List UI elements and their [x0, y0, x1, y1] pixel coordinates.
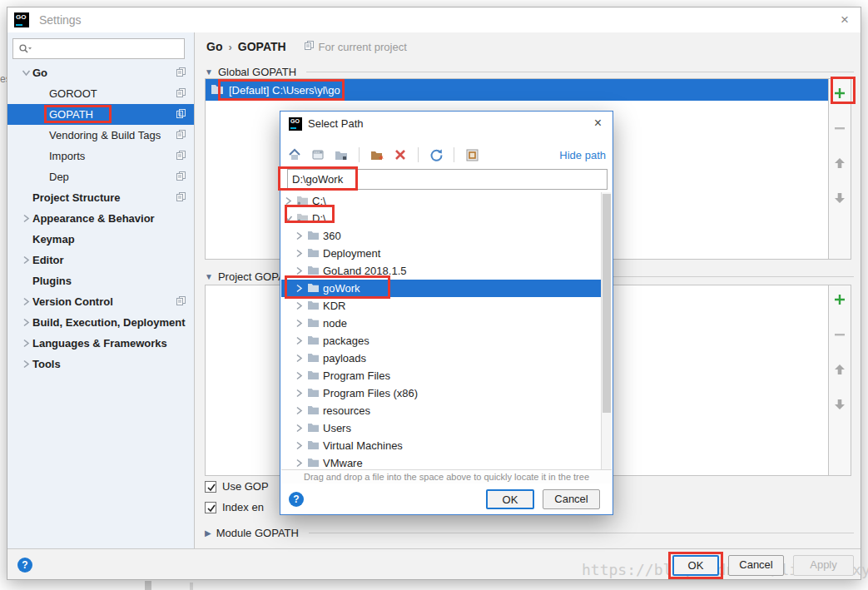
chevron-right-icon[interactable]: [294, 301, 304, 310]
tree-item-packages[interactable]: packages: [281, 332, 601, 350]
tree-item-virtual-machines[interactable]: Virtual Machines: [281, 437, 601, 454]
tree-item-gowork[interactable]: goWork: [281, 280, 601, 297]
chevron-right-icon[interactable]: [283, 196, 293, 206]
chevron-right-icon[interactable]: [294, 266, 304, 275]
tree-item-d[interactable]: D:\: [281, 210, 601, 227]
chevron-right-icon: [19, 255, 32, 265]
delete-icon[interactable]: [393, 147, 408, 162]
help-icon[interactable]: ?: [17, 558, 32, 573]
module-gopath-header[interactable]: ▶ Module GOPATH: [205, 527, 854, 539]
drive-icon: [296, 212, 309, 226]
project-directory-icon[interactable]: [334, 147, 349, 162]
chevron-right-icon[interactable]: [294, 249, 304, 258]
chevron-right-icon[interactable]: [294, 284, 304, 293]
add-icon[interactable]: [832, 86, 847, 101]
tree-item-c[interactable]: C:\: [281, 192, 601, 210]
tree-item-payloads[interactable]: payloads: [281, 350, 601, 367]
gopath-value: [Default] C:\Users\yl\go: [229, 84, 340, 97]
home-directory-icon[interactable]: [287, 147, 302, 162]
close-icon[interactable]: ×: [594, 116, 602, 131]
tree-item-kdr[interactable]: KDR: [281, 297, 601, 315]
folder-icon: [307, 439, 320, 453]
tree-item-label: packages: [323, 335, 370, 347]
chevron-right-icon[interactable]: [294, 441, 304, 450]
move-up-icon[interactable]: [832, 156, 847, 171]
chevron-right-icon[interactable]: [294, 336, 304, 345]
ok-button[interactable]: OK: [672, 555, 719, 576]
tree-item-goland-2018-1-5[interactable]: GoLand 2018.1.5: [281, 262, 601, 280]
move-down-icon[interactable]: [832, 397, 847, 412]
dialog-ok-button[interactable]: OK: [486, 489, 534, 509]
checkbox-label: Use GOP: [222, 480, 269, 493]
chevron-right-icon[interactable]: [294, 231, 304, 240]
tree-item-label: C:\: [312, 195, 326, 207]
sidebar-item-label: Dep: [49, 171, 69, 183]
dialog-cancel-button[interactable]: Cancel: [543, 489, 600, 509]
checkbox-checked-icon[interactable]: [205, 502, 216, 513]
tree-item-vmware[interactable]: VMware: [281, 454, 601, 469]
hide-path-link[interactable]: Hide path: [559, 149, 606, 161]
index-gopath-checkbox-row[interactable]: Index en: [205, 501, 264, 513]
chevron-right-icon[interactable]: [294, 371, 304, 380]
chevron-right-icon[interactable]: [294, 424, 304, 433]
path-input[interactable]: [287, 169, 608, 190]
refresh-icon[interactable]: [429, 147, 444, 162]
tree-item-deployment[interactable]: Deployment: [281, 245, 601, 262]
sidebar-item-editor[interactable]: Editor: [7, 250, 194, 270]
tree-item-360[interactable]: 360: [281, 227, 601, 245]
desktop-directory-icon[interactable]: [310, 147, 325, 162]
tree-item-label: Virtual Machines: [323, 439, 403, 452]
move-up-icon[interactable]: [832, 362, 847, 377]
sidebar-item-dep[interactable]: Dep: [7, 166, 194, 187]
sidebar-item-project-structure[interactable]: Project Structure: [7, 187, 194, 208]
sidebar-item-gopath[interactable]: GOPATH: [7, 104, 194, 125]
scrollbar-thumb[interactable]: [603, 194, 611, 413]
breadcrumb-separator: ›: [228, 41, 231, 53]
chevron-right-icon[interactable]: [294, 389, 304, 398]
close-icon[interactable]: ×: [841, 12, 849, 28]
help-icon[interactable]: ?: [289, 492, 304, 507]
sidebar-item-vendoring-build-tags[interactable]: Vendoring & Build Tags: [7, 125, 194, 146]
sidebar-item-keymap[interactable]: Keymap: [7, 229, 194, 250]
sidebar-item-appearance-behavior[interactable]: Appearance & Behavior: [7, 208, 194, 229]
tree-item-users[interactable]: Users: [281, 419, 601, 437]
sidebar-item-languages-frameworks[interactable]: Languages & Frameworks: [7, 333, 194, 354]
checkbox-checked-icon[interactable]: [205, 481, 216, 493]
cancel-button[interactable]: Cancel: [728, 555, 784, 576]
tree-item-resources[interactable]: resources: [281, 402, 601, 419]
tree-item-label: KDR: [323, 300, 345, 312]
chevron-right-icon[interactable]: [294, 406, 304, 415]
tree-item-node[interactable]: node: [281, 315, 601, 332]
sidebar-item-tools[interactable]: Tools: [7, 354, 194, 374]
sidebar-item-plugins[interactable]: Plugins: [7, 270, 194, 291]
sidebar-item-goroot[interactable]: GOROOT: [7, 83, 194, 104]
sidebar-item-go[interactable]: Go: [7, 62, 194, 83]
sidebar-item-imports[interactable]: Imports: [7, 146, 194, 166]
show-hidden-files-icon[interactable]: [464, 147, 479, 162]
chevron-right-icon[interactable]: [294, 459, 304, 468]
tree-item-label: D:\: [312, 212, 326, 225]
goland-logo-icon: GO: [14, 12, 29, 27]
chevron-right-icon[interactable]: [294, 354, 304, 363]
tree-item-label: node: [323, 317, 347, 330]
settings-search-input[interactable]: [12, 38, 185, 59]
sidebar-item-build-execution-deployment[interactable]: Build, Execution, Deployment: [7, 312, 194, 333]
breadcrumb-go[interactable]: Go: [206, 40, 222, 53]
tree-item-program-files-x86[interactable]: Program Files (x86): [281, 384, 601, 402]
sidebar-item-version-control[interactable]: Version Control: [7, 291, 194, 312]
remove-icon[interactable]: [832, 327, 847, 342]
folder-icon: [307, 265, 320, 278]
tree-scrollbar[interactable]: [601, 192, 612, 469]
chevron-right-icon[interactable]: [294, 319, 304, 328]
window-title: Settings: [39, 13, 82, 27]
global-gopath-header[interactable]: ▼ Global GOPATH: [205, 66, 854, 78]
gopath-list-row[interactable]: [Default] C:\Users\yl\go: [206, 79, 851, 101]
chevron-down-icon[interactable]: [283, 214, 293, 223]
shared-settings-icon: [176, 67, 186, 80]
new-folder-icon[interactable]: [370, 147, 384, 162]
remove-icon[interactable]: [832, 121, 847, 136]
move-down-icon[interactable]: [832, 191, 847, 206]
add-icon[interactable]: [832, 292, 847, 307]
use-gopath-checkbox-row[interactable]: Use GOP: [205, 480, 269, 493]
tree-item-program-files[interactable]: Program Files: [281, 367, 601, 384]
